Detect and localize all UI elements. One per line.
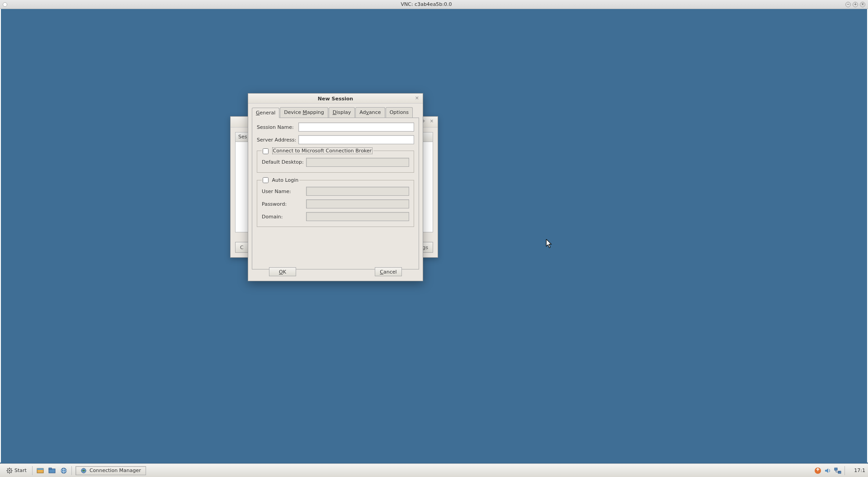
tab-options[interactable]: Options (386, 107, 413, 118)
user-name-input (306, 187, 409, 196)
domain-label: Domain: (262, 214, 306, 220)
user-name-label: User Name: (262, 189, 306, 194)
svg-rect-19 (835, 468, 837, 470)
browser-icon[interactable] (59, 466, 69, 476)
password-label: Password: (262, 201, 306, 207)
tab-general[interactable]: General (252, 108, 279, 118)
domain-input (306, 212, 409, 221)
desktop: − + × Ses C gs New Session × General Dev… (0, 9, 868, 477)
auto-login-legend: Auto Login (272, 177, 299, 183)
auto-login-checkbox[interactable] (263, 177, 269, 183)
taskbar-separator (32, 466, 33, 475)
dialog-title: New Session (318, 96, 353, 102)
network-tray-icon[interactable] (834, 467, 842, 475)
password-input (306, 199, 409, 208)
default-desktop-input (306, 158, 409, 167)
connection-broker-group: Connect to Microsoft Connection Broker D… (257, 148, 414, 173)
connection-manager-icon (80, 468, 87, 474)
svg-line-6 (7, 468, 8, 469)
tab-label: eneral (260, 110, 276, 116)
close-icon[interactable]: × (429, 118, 435, 125)
maximize-button[interactable]: + (853, 2, 858, 7)
taskbar-separator (71, 466, 72, 475)
start-button[interactable]: Start (3, 467, 30, 475)
server-address-label: Server Address: (257, 137, 298, 143)
file-manager-icon[interactable] (47, 466, 57, 476)
tab-display[interactable]: Display (329, 107, 355, 118)
tab-bar: General Device Mapping Display Advance O… (252, 107, 419, 118)
taskbar-item-label: Connection Manager (90, 468, 141, 473)
svg-line-7 (11, 472, 12, 473)
auto-login-group: Auto Login User Name: Password: Domain: (257, 177, 414, 227)
svg-rect-11 (37, 468, 43, 470)
minimize-button[interactable]: − (845, 2, 851, 7)
ok-button[interactable]: OK (269, 267, 296, 276)
dialog-titlebar[interactable]: New Session × (248, 94, 423, 104)
svg-point-1 (9, 470, 10, 472)
default-desktop-label: Default Desktop: (262, 159, 306, 165)
svg-line-8 (7, 472, 8, 473)
gear-icon (6, 468, 13, 474)
start-label: Start (14, 468, 27, 473)
close-button[interactable]: × (860, 2, 865, 7)
tab-device-mapping[interactable]: Device Mapping (280, 107, 328, 118)
new-session-dialog: New Session × General Device Mapping Dis… (248, 93, 423, 281)
taskbar-separator (844, 466, 845, 475)
tab-panel-general: Session Name: Server Address: Connect to… (252, 118, 419, 269)
connection-broker-legend: Connect to Microsoft Connection Broker (272, 147, 373, 154)
outer-window-title: VNC: c3ab4ea5b:0.0 (9, 1, 844, 7)
server-address-input[interactable] (298, 135, 414, 144)
connection-broker-checkbox[interactable] (263, 148, 269, 154)
taskbar-clock[interactable]: 17:1 (850, 468, 865, 473)
taskbar-item-connection-manager[interactable]: Connection Manager (75, 466, 146, 475)
window-menu-icon[interactable] (3, 2, 7, 7)
show-desktop-icon[interactable] (35, 466, 45, 476)
svg-line-9 (11, 468, 12, 469)
outer-titlebar: VNC: c3ab4ea5b:0.0 − + × (0, 0, 868, 9)
dialog-close-icon[interactable]: × (415, 95, 419, 101)
volume-tray-icon[interactable] (824, 467, 832, 475)
update-tray-icon[interactable] (814, 467, 822, 475)
session-name-label: Session Name: (257, 124, 298, 130)
svg-rect-13 (49, 468, 52, 469)
bg-button-left[interactable]: C (235, 242, 249, 253)
session-name-input[interactable] (298, 123, 414, 132)
taskbar: Start Connection Manager 17:1 (0, 463, 868, 477)
tab-advance[interactable]: Advance (355, 107, 385, 118)
cancel-button[interactable]: Cancel (375, 267, 402, 276)
